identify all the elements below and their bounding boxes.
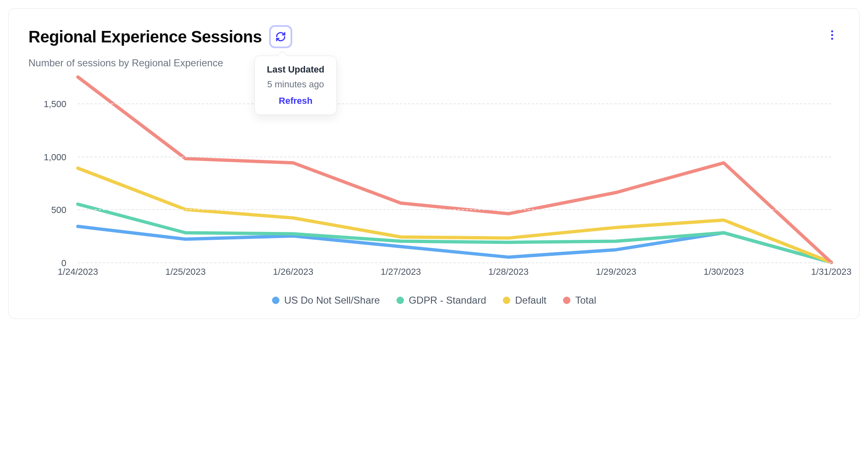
last-updated-popover: Last Updated 5 minutes ago Refresh [254, 56, 337, 115]
chart-card: Regional Experience Sessions Last Update… [8, 8, 860, 319]
legend-item[interactable]: US Do Not Sell/Share [272, 295, 380, 306]
refresh-button[interactable]: Last Updated 5 minutes ago Refresh [269, 25, 292, 48]
x-tick-label: 1/24/2023 [58, 267, 98, 277]
y-tick-label: 500 [51, 205, 78, 215]
legend-item[interactable]: Default [503, 295, 547, 306]
popover-refresh-link[interactable]: Refresh [265, 96, 326, 106]
gridline: 1,000 [78, 157, 831, 157]
refresh-icon [275, 31, 286, 42]
card-menu-button[interactable] [825, 28, 840, 42]
legend-item[interactable]: GDPR - Standard [396, 295, 486, 306]
card-title: Regional Experience Sessions [28, 28, 262, 46]
x-tick-label: 1/30/2023 [704, 267, 744, 277]
legend-label: US Do Not Sell/Share [284, 295, 380, 306]
svg-point-0 [831, 30, 833, 33]
x-tick-label: 1/31/2023 [811, 267, 852, 277]
legend-dot-icon [503, 297, 510, 304]
x-axis-labels: 1/24/20231/25/20231/26/20231/27/20231/28… [78, 267, 831, 279]
vertical-dots-icon [831, 30, 833, 40]
legend-dot-icon [396, 297, 404, 304]
svg-point-1 [831, 34, 833, 36]
gridline: 500 [78, 209, 831, 210]
legend-label: Total [575, 295, 596, 306]
legend-dot-icon [272, 297, 279, 304]
x-tick-label: 1/29/2023 [596, 267, 636, 277]
popover-timestamp: 5 minutes ago [265, 79, 326, 90]
legend-label: Default [515, 295, 547, 306]
popover-title: Last Updated [265, 64, 326, 75]
chart-lines [78, 77, 831, 262]
card-subtitle: Number of sessions by Regional Experienc… [28, 57, 840, 69]
x-tick-label: 1/26/2023 [273, 267, 313, 277]
gridline: 1,500 [78, 103, 831, 104]
x-tick-label: 1/27/2023 [380, 267, 421, 277]
legend-label: GDPR - Standard [409, 295, 486, 306]
series-line [78, 168, 831, 262]
y-tick-label: 1,000 [44, 152, 78, 163]
card-header: Regional Experience Sessions Last Update… [28, 25, 840, 48]
x-tick-label: 1/25/2023 [165, 267, 206, 277]
chart-legend: US Do Not Sell/ShareGDPR - StandardDefau… [28, 295, 840, 306]
y-tick-label: 1,500 [44, 99, 78, 110]
svg-point-2 [831, 38, 833, 40]
legend-item[interactable]: Total [563, 295, 596, 306]
plot-area: 05001,0001,500 [78, 77, 831, 262]
legend-dot-icon [563, 297, 570, 304]
gridline: 0 [78, 262, 831, 263]
series-line [78, 204, 831, 262]
chart-area: 05001,0001,500 1/24/20231/25/20231/26/20… [28, 73, 840, 287]
x-tick-label: 1/28/2023 [488, 267, 529, 277]
